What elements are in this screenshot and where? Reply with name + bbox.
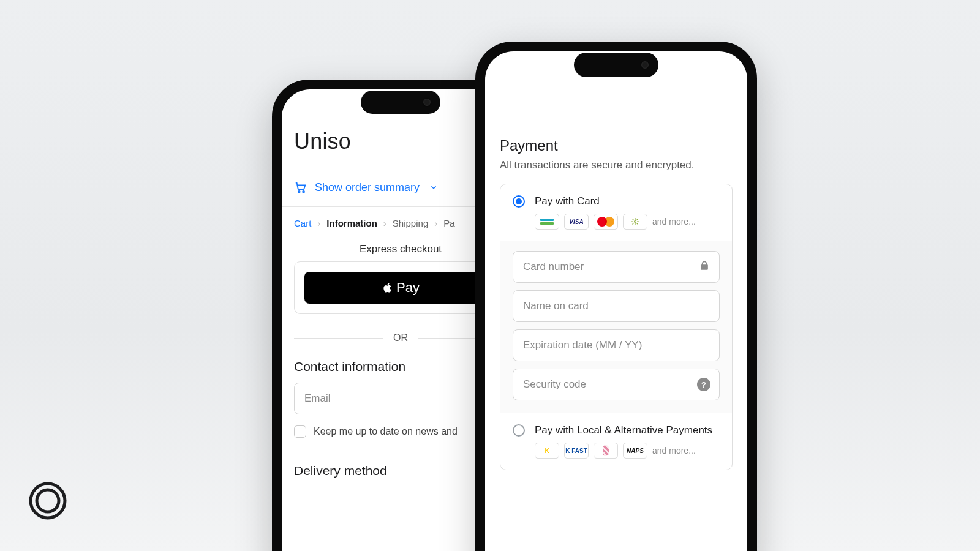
news-opt-in-label: Keep me up to date on news and	[314, 426, 458, 437]
radio-off-icon	[513, 424, 525, 437]
card-logos-more: and more...	[652, 217, 696, 227]
phone-mockup-payment: Payment All transactions are secure and …	[475, 42, 757, 551]
expiry-input[interactable]	[513, 330, 719, 361]
dynamic-island	[574, 53, 658, 77]
dynamic-island	[361, 91, 440, 114]
svg-point-2	[298, 191, 300, 193]
svg-point-4	[635, 221, 636, 223]
crumb-information[interactable]: Information	[326, 218, 377, 228]
chevron-right-icon: ›	[434, 218, 437, 228]
card-number-field	[513, 251, 720, 283]
cvc-input[interactable]	[513, 369, 719, 400]
naps-logo-icon: NAPS	[623, 443, 647, 459]
pay-alternative-label: Pay with Local & Alternative Payments	[535, 424, 712, 437]
chevron-right-icon: ›	[383, 218, 386, 228]
lock-icon	[698, 260, 710, 274]
mada-logo-icon	[535, 214, 559, 230]
crumb-payment-partial: Pa	[443, 218, 454, 228]
help-icon[interactable]: ?	[697, 378, 710, 391]
name-on-card-input[interactable]	[513, 291, 719, 321]
order-summary-label: Show order summary	[315, 181, 420, 194]
cvc-field: ?	[513, 369, 720, 400]
divider-or-label: OR	[393, 332, 408, 343]
card-details-form: ?	[500, 241, 732, 413]
apple-pay-label: Pay	[396, 280, 420, 296]
card-number-input[interactable]	[513, 252, 719, 282]
alt-logos-more: and more...	[652, 446, 696, 455]
crumb-shipping[interactable]: Shipping	[393, 218, 428, 228]
chevron-down-icon	[429, 183, 438, 192]
meeza-logo-icon	[623, 214, 647, 230]
kfast-logo-icon: K FAST	[564, 443, 589, 459]
page-corner-logo	[28, 481, 67, 523]
concentric-circles-icon	[28, 481, 67, 520]
apple-icon	[382, 280, 394, 295]
cart-icon	[294, 181, 307, 194]
radio-on-icon	[513, 195, 525, 208]
select-pay-alternative[interactable]: Pay with Local & Alternative Payments	[513, 424, 720, 437]
visa-logo-icon: VISA	[564, 214, 589, 230]
svg-point-3	[303, 191, 304, 193]
benefit-logo-icon	[594, 443, 618, 459]
pay-with-card-label: Pay with Card	[535, 195, 600, 208]
card-brand-logos: VISA and more...	[535, 214, 720, 230]
name-on-card-field	[513, 290, 720, 322]
payment-method-alternative: Pay with Local & Alternative Payments K …	[500, 413, 732, 470]
alt-brand-logos: K K FAST NAPS and more...	[535, 443, 720, 459]
payment-subtitle: All transactions are secure and encrypte…	[500, 159, 733, 171]
expiry-field	[513, 329, 720, 361]
mastercard-logo-icon	[594, 214, 618, 230]
select-pay-with-card[interactable]: Pay with Card	[513, 195, 720, 208]
chevron-right-icon: ›	[317, 218, 320, 228]
payment-method-card: Pay with Card VISA and more...	[500, 184, 732, 241]
crumb-cart[interactable]: Cart	[294, 218, 311, 228]
apple-pay-button[interactable]: Pay	[304, 272, 497, 304]
payment-methods-card: Pay with Card VISA and more...	[500, 184, 733, 470]
svg-point-1	[37, 490, 59, 512]
knet-logo-icon: K	[535, 443, 559, 459]
checkbox-icon	[294, 425, 306, 438]
payment-heading: Payment	[500, 137, 733, 154]
